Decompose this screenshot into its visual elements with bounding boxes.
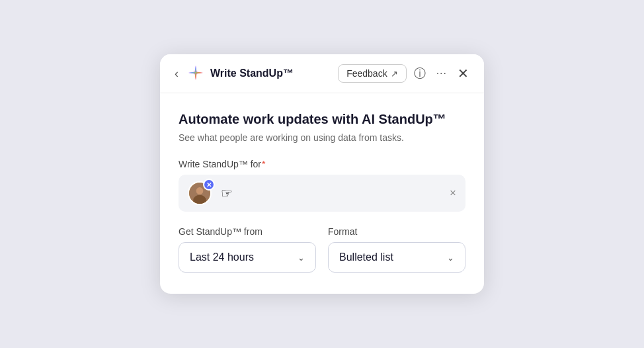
format-label: Format (328, 226, 465, 237)
avatar-wrap: ✕ (188, 181, 212, 205)
standup-panel: ‹ Write StandUp™ (160, 54, 484, 294)
info-button[interactable]: ⓘ (411, 64, 429, 83)
format-select[interactable]: Bulleted list ⌄ (328, 242, 465, 273)
from-chevron-icon: ⌄ (298, 253, 305, 263)
more-icon: ··· (436, 67, 447, 79)
svg-point-2 (196, 187, 204, 195)
remove-user-button[interactable]: ✕ (203, 179, 215, 191)
feedback-button[interactable]: Feedback ↗ (338, 64, 406, 83)
row-fields: Get StandUp™ from Last 24 hours ⌄ Format… (179, 226, 465, 273)
from-field-group: Get StandUp™ from Last 24 hours ⌄ (179, 226, 316, 273)
back-button[interactable]: ‹ (172, 66, 181, 81)
user-select-input[interactable]: ✕ ☞ × (179, 175, 465, 212)
format-chevron-icon: ⌄ (447, 253, 454, 263)
more-button[interactable]: ··· (433, 65, 450, 81)
header-title: Write StandUp™ (210, 67, 294, 79)
close-button[interactable]: ✕ (454, 64, 472, 83)
panel-header: ‹ Write StandUp™ (160, 54, 484, 93)
feedback-label: Feedback (346, 68, 387, 79)
subtitle: See what people are working on using dat… (179, 132, 465, 143)
close-icon: ✕ (458, 65, 469, 81)
required-marker: * (262, 159, 265, 169)
format-value: Bulleted list (339, 251, 393, 263)
clear-input-button[interactable]: × (450, 187, 456, 200)
format-field-group: Format Bulleted list ⌄ (328, 226, 465, 273)
header-right: Feedback ↗ ⓘ ··· ✕ (338, 64, 472, 83)
info-icon: ⓘ (414, 65, 426, 81)
main-title: Automate work updates with AI StandUp™ (179, 112, 465, 127)
header-left: ‹ Write StandUp™ (172, 64, 333, 83)
from-select[interactable]: Last 24 hours ⌄ (179, 242, 316, 273)
from-value: Last 24 hours (190, 251, 254, 263)
panel-content: Automate work updates with AI StandUp™ S… (160, 93, 484, 294)
cursor-icon: ☞ (221, 185, 233, 201)
standup-logo-icon (186, 64, 205, 83)
from-label: Get StandUp™ from (179, 226, 316, 237)
for-field-label: Write StandUp™ for* (179, 159, 465, 169)
external-link-icon: ↗ (391, 69, 398, 79)
svg-point-3 (193, 195, 206, 205)
